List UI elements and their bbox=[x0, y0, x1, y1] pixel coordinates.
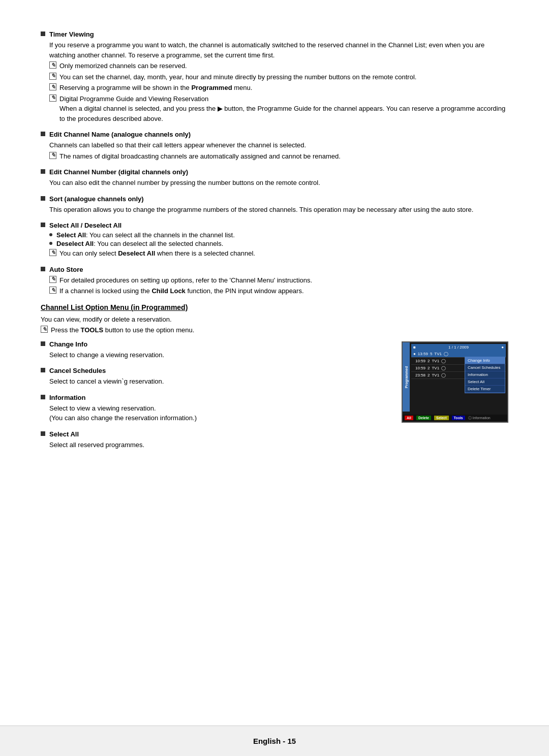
page-content: Timer Viewing If you reserve a programme… bbox=[0, 0, 549, 497]
tv-top-bar: ■ 1 / 1 / 2009 ● bbox=[411, 344, 506, 351]
dot-icon bbox=[49, 242, 52, 245]
bullet-icon bbox=[41, 223, 45, 227]
dot-icon bbox=[49, 233, 52, 236]
bullet-icon bbox=[41, 196, 45, 201]
note-icon: ✎ bbox=[49, 152, 56, 159]
note-icon: ✎ bbox=[49, 249, 56, 256]
section-timer-viewing: Timer Viewing If you reserve a programme… bbox=[41, 30, 508, 123]
section-body-sort: This operation allows you to change the … bbox=[49, 205, 508, 215]
section-auto-store: Auto Store ✎ For detailed procedures on … bbox=[41, 266, 508, 296]
tv-main-area: ■ 1 / 1 / 2009 ● ● 13:59 5 TV1 ◯ 10:59 2… bbox=[410, 342, 507, 381]
section-title-change-info: Change Info bbox=[41, 340, 391, 348]
note-icon: ✎ bbox=[49, 83, 56, 90]
section-body-select-all-programmed: Select all reserved programmes. bbox=[49, 440, 508, 450]
bullet-icon bbox=[41, 32, 45, 36]
section-title-edit-channel-name: Edit Channel Name (analogue channels onl… bbox=[41, 131, 508, 138]
section-title-timer-viewing: Timer Viewing bbox=[41, 30, 508, 38]
btn-tools: Tools bbox=[452, 416, 465, 420]
tv-menu-delete-timer: Delete Timer bbox=[465, 386, 505, 393]
tv-menu-cancel-schedules: Cancel Schedules bbox=[465, 364, 505, 371]
tv-menu-select-all: Select All bbox=[465, 379, 505, 386]
note-icon: ✎ bbox=[49, 287, 56, 294]
note-line-edit-channel: ✎ The names of digital broadcasting chan… bbox=[49, 151, 508, 162]
note-line-3: ✎ Reserving a programme will be shown in… bbox=[49, 83, 508, 93]
section-title-edit-channel-number: Edit Channel Number (digital channels on… bbox=[41, 168, 508, 176]
note-icon: ✎ bbox=[41, 326, 48, 333]
note-icon: ✎ bbox=[49, 94, 56, 102]
channel-list-heading: Channel List Option Menu (in Programmed) bbox=[41, 303, 508, 311]
bullet-icon bbox=[41, 267, 45, 271]
section-select-all: Select All / Deselect All Select All: Yo… bbox=[41, 222, 508, 259]
tv-bottom-bar: All Delete Select Tools ⓘ Information bbox=[403, 415, 507, 422]
section-channel-list-option: Channel List Option Menu (in Programmed)… bbox=[41, 303, 508, 450]
section-title-sort: Sort (analogue channels only) bbox=[41, 195, 508, 203]
note-tools: ✎ Press the TOOLS button to use the opti… bbox=[41, 325, 508, 335]
section-body-timer-viewing: If you reserve a programme you want to w… bbox=[49, 40, 508, 60]
note-line-2: ✎ You can set the channel, day, month, y… bbox=[49, 72, 508, 82]
tv-menu-change-info: Change Info bbox=[465, 357, 505, 364]
note-icon: ✎ bbox=[49, 73, 56, 80]
note-line-1: ✎ Only memorized channels can be reserve… bbox=[49, 61, 508, 71]
btn-information: ⓘ Information bbox=[468, 416, 491, 421]
tv-screenshot: Programmed ■ 1 / 1 / 2009 ● ● 13:59 5 TV… bbox=[402, 341, 508, 423]
tv-context-menu: Change Info Cancel Schedules Information… bbox=[465, 357, 505, 393]
footer-label: English - 15 bbox=[253, 737, 296, 745]
btn-all: All bbox=[405, 416, 413, 420]
section-edit-channel-name: Edit Channel Name (analogue channels onl… bbox=[41, 131, 508, 161]
note-line-auto-store-1: ✎ For detailed procedures on setting up … bbox=[49, 275, 508, 286]
section-body-edit-channel-name: Channels can labelled so that their call… bbox=[49, 140, 508, 150]
section-body-edit-channel-number: You can also edit the channel number by … bbox=[49, 178, 508, 188]
bullet-icon bbox=[41, 132, 45, 136]
bullet-select-all: Select All: You can select all the chann… bbox=[49, 231, 508, 239]
note-icon: ✎ bbox=[49, 276, 56, 283]
section-edit-channel-number: Edit Channel Number (digital channels on… bbox=[41, 168, 508, 188]
bullet-icon bbox=[41, 368, 45, 372]
btn-select: Select bbox=[434, 416, 449, 420]
footer-bar: English - 15 bbox=[0, 726, 549, 756]
note-line-select-all: ✎ You can only select Deselect All when … bbox=[49, 248, 508, 259]
note-line-4: ✎ Digital Programme Guide and Viewing Re… bbox=[49, 94, 508, 124]
tv-programmed-label: Programmed bbox=[403, 342, 410, 412]
section-title-select-all-programmed: Select All bbox=[41, 430, 508, 438]
bullet-icon bbox=[41, 395, 45, 399]
section-title-select-all: Select All / Deselect All bbox=[41, 222, 508, 229]
bullet-icon bbox=[41, 169, 45, 174]
section-sort: Sort (analogue channels only) This opera… bbox=[41, 195, 508, 215]
section-select-all-programmed: Select All Select all reserved programme… bbox=[41, 430, 508, 450]
bullet-icon bbox=[41, 431, 45, 436]
tv-menu-information: Information bbox=[465, 371, 505, 379]
section-title-information: Information bbox=[41, 394, 391, 401]
note-icon: ✎ bbox=[49, 61, 56, 69]
bullet-deselect-all: Deselect All: You can deselect all the s… bbox=[49, 240, 508, 247]
bullet-icon bbox=[41, 341, 45, 346]
btn-delete: Delete bbox=[416, 416, 431, 420]
programmed-intro: You can view, modify or delete a reserva… bbox=[41, 314, 508, 335]
note-line-auto-store-2: ✎ If a channel is locked using the Child… bbox=[49, 286, 508, 296]
section-title-auto-store: Auto Store bbox=[41, 266, 508, 273]
section-title-cancel-schedules: Cancel Schedules bbox=[41, 367, 391, 374]
